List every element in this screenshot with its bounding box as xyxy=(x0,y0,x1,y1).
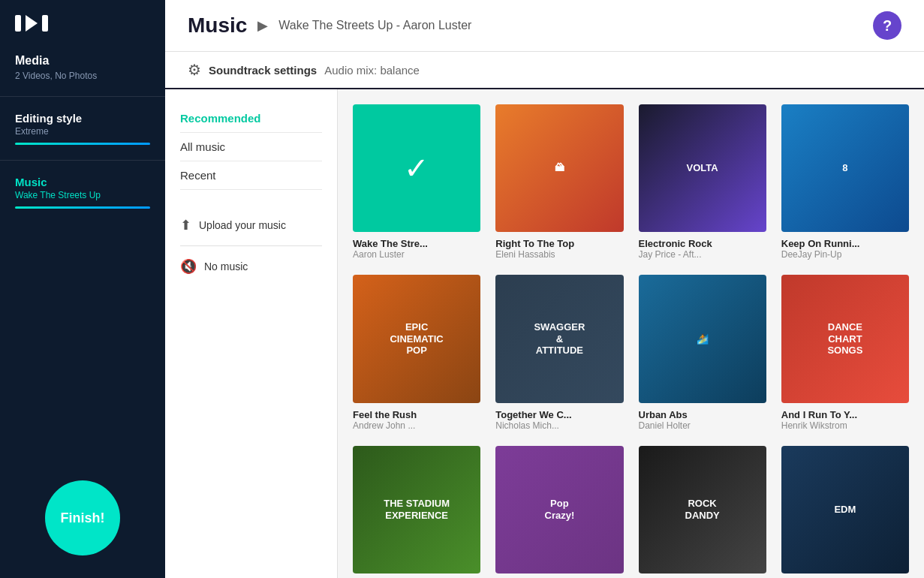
music-thumb-bg-5: EPICCINEMATICPOP xyxy=(353,275,480,402)
music-card-1[interactable]: ✓Wake The Stre...Aaron Luster xyxy=(353,104,480,260)
music-card-artist-8: Henrik Wikstrom xyxy=(781,420,909,431)
music-thumb-9: THE STADIUMEXPERIENCE xyxy=(353,446,480,573)
play-separator-icon: ▶ xyxy=(257,17,268,34)
music-card-8[interactable]: DANCECHARTSONGSAnd I Run To Y...Henrik W… xyxy=(781,275,909,430)
no-music-button[interactable]: 🔇 No music xyxy=(180,246,322,287)
logo xyxy=(0,15,165,54)
logo-bar-right xyxy=(42,15,48,32)
logo-icon xyxy=(15,15,150,32)
upload-label: Upload your music xyxy=(199,219,286,231)
music-card-title-7: Urban Abs xyxy=(639,409,766,420)
music-card-title-6: Together We C... xyxy=(495,409,623,420)
music-thumb-bg-9: THE STADIUMEXPERIENCE xyxy=(353,446,480,573)
music-value: Wake The Streets Up xyxy=(15,190,150,200)
editing-progress-bar xyxy=(15,143,150,145)
music-card-12[interactable]: EDMDancefloor Ro...Claude Njoya xyxy=(781,446,909,579)
music-thumb-bg-7: 🏄 xyxy=(639,275,766,402)
music-card-title-1: Wake The Stre... xyxy=(353,238,480,249)
logo-play-icon xyxy=(26,15,38,32)
nav-item-all-music[interactable]: All music xyxy=(180,133,322,161)
music-thumb-5: EPICCINEMATICPOP xyxy=(353,275,480,402)
nav-item-recent[interactable]: Recent xyxy=(180,161,322,190)
settings-bar: ⚙ Soundtrack settings Audio mix: balance xyxy=(165,52,924,89)
finish-button[interactable]: Finish! xyxy=(45,480,120,555)
header: Music ▶ Wake The Streets Up - Aaron Lust… xyxy=(165,0,924,52)
music-thumb-7: 🏄 xyxy=(639,275,766,402)
music-card-artist-5: Andrew John ... xyxy=(353,420,480,431)
page-title: Music xyxy=(188,14,247,38)
no-music-label: No music xyxy=(204,260,248,272)
music-progress-bar xyxy=(15,206,150,209)
music-card-artist-3: Jay Price - Aft... xyxy=(639,249,766,260)
editing-section: Editing style Extreme xyxy=(0,112,165,161)
left-nav-panel: Recommended All music Recent ⬆ Upload yo… xyxy=(165,89,338,578)
music-card-11[interactable]: ROCKDANDYSquat RunFrederic Vitani xyxy=(639,446,766,579)
music-card-9[interactable]: THE STADIUMEXPERIENCEBreathe Move ...Max… xyxy=(353,446,480,579)
music-thumb-bg-4: 8 xyxy=(781,104,909,232)
music-card-2[interactable]: 🏔Right To The TopEleni Hassabis xyxy=(495,104,623,260)
music-thumb-bg-10: PopCrazy! xyxy=(495,446,623,573)
music-thumb-bg-12: EDM xyxy=(781,446,909,573)
music-thumb-bg-3: VOLTA xyxy=(639,104,766,232)
music-thumb-11: ROCKDANDY xyxy=(639,446,766,573)
upload-icon: ⬆ xyxy=(180,217,191,233)
editing-value: Extreme xyxy=(15,126,150,137)
editing-title: Editing style xyxy=(15,112,150,125)
music-card-5[interactable]: EPICCINEMATICPOPFeel the RushAndrew John… xyxy=(353,275,480,430)
music-card-7[interactable]: 🏄Urban AbsDaniel Holter xyxy=(639,275,766,430)
music-thumb-3: VOLTA xyxy=(639,104,766,232)
music-card-4[interactable]: 8Keep On Runni...DeeJay Pin-Up xyxy=(781,104,909,260)
music-card-artist-7: Daniel Holter xyxy=(639,420,766,431)
music-thumb-4: 8 xyxy=(781,104,909,232)
nav-item-recommended[interactable]: Recommended xyxy=(180,104,322,133)
music-card-title-2: Right To The Top xyxy=(495,238,623,249)
music-card-10[interactable]: PopCrazy!Strutting Your ...Brian Burrows xyxy=(495,446,623,579)
main-content: Music ▶ Wake The Streets Up - Aaron Lust… xyxy=(165,0,924,578)
sidebar: Media 2 Videos, No Photos Editing style … xyxy=(0,0,165,578)
now-playing-text: Wake The Streets Up - Aaron Luster xyxy=(278,19,471,32)
soundtrack-settings-button[interactable]: Soundtrack settings xyxy=(209,64,317,77)
media-section: Media 2 Videos, No Photos xyxy=(0,54,165,97)
help-button[interactable]: ? xyxy=(873,11,901,40)
music-card-artist-1: Aaron Luster xyxy=(353,249,480,260)
music-card-title-3: Electronic Rock xyxy=(639,238,766,249)
music-thumb-bg-6: SWAGGER&ATTITUDE xyxy=(495,275,623,402)
music-card-artist-4: DeeJay Pin-Up xyxy=(781,249,909,260)
upload-music-button[interactable]: ⬆ Upload your music xyxy=(180,205,322,246)
music-thumb-8: DANCECHARTSONGS xyxy=(781,275,909,402)
gear-icon: ⚙ xyxy=(188,61,201,79)
music-card-artist-6: Nicholas Mich... xyxy=(495,420,623,431)
music-card-3[interactable]: VOLTAElectronic RockJay Price - Aft... xyxy=(639,104,766,260)
music-thumb-2: 🏔 xyxy=(495,104,623,232)
music-thumb-bg-11: ROCKDANDY xyxy=(639,446,766,573)
music-grid: ✓Wake The Stre...Aaron Luster🏔Right To T… xyxy=(338,89,924,578)
music-thumb-12: EDM xyxy=(781,446,909,573)
music-thumb-6: SWAGGER&ATTITUDE xyxy=(495,275,623,402)
logo-bar-left xyxy=(15,15,21,32)
media-title: Media xyxy=(15,54,150,68)
music-card-6[interactable]: SWAGGER&ATTITUDETogether We C...Nicholas… xyxy=(495,275,623,430)
music-title: Music xyxy=(15,176,150,188)
content-area: Recommended All music Recent ⬆ Upload yo… xyxy=(165,89,924,578)
selected-overlay: ✓ xyxy=(353,104,480,232)
music-thumb-1: ✓ xyxy=(353,104,480,232)
music-card-title-8: And I Run To Y... xyxy=(781,409,909,420)
header-left: Music ▶ Wake The Streets Up - Aaron Lust… xyxy=(188,14,471,38)
music-section: Music Wake The Streets Up xyxy=(0,176,165,224)
music-card-artist-2: Eleni Hassabis xyxy=(495,249,623,260)
music-thumb-10: PopCrazy! xyxy=(495,446,623,573)
audio-mix-value: Audio mix: balance xyxy=(324,64,420,77)
music-thumb-bg-2: 🏔 xyxy=(495,104,623,232)
media-sub: 2 Videos, No Photos xyxy=(15,71,150,81)
music-card-title-5: Feel the Rush xyxy=(353,409,480,420)
no-music-icon: 🔇 xyxy=(180,258,197,275)
music-thumb-bg-8: DANCECHARTSONGS xyxy=(781,275,909,402)
music-card-title-4: Keep On Runni... xyxy=(781,238,909,249)
